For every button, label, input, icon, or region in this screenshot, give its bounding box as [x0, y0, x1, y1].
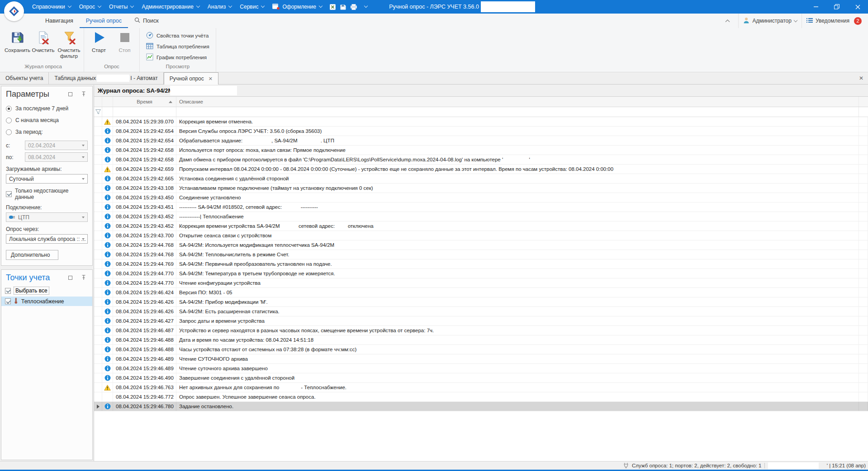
- doc-tab-manual-poll[interactable]: Ручной опрос✕: [164, 72, 218, 85]
- log-filter-row[interactable]: [94, 107, 868, 117]
- pin-icon[interactable]: [81, 274, 86, 282]
- close-tab-icon[interactable]: ✕: [209, 76, 213, 82]
- log-row[interactable]: 08.04.2024 15:29:42.658Используется порт…: [94, 146, 868, 155]
- log-row[interactable]: 08.04.2024 15:29:42.658Дамп обмена с при…: [94, 155, 868, 165]
- warning-icon: [102, 165, 113, 174]
- ribbon-tab-search[interactable]: Поиск: [128, 14, 165, 28]
- spacer-cell: [859, 316, 868, 325]
- doc-tab-metering-objects[interactable]: Объекты учета: [0, 72, 49, 84]
- log-row[interactable]: 08.04.2024 15:29:44.770SA-94/2M: Темпера…: [94, 269, 868, 278]
- row-indicator: [94, 136, 102, 145]
- close-button[interactable]: [847, 0, 868, 14]
- ribbon-tab-navigation[interactable]: Навигация: [39, 14, 80, 28]
- archives-select[interactable]: Суточный: [6, 174, 88, 184]
- save-button[interactable]: Сохранить: [5, 29, 30, 53]
- description-column-header[interactable]: Описание: [176, 97, 859, 107]
- log-row[interactable]: 08.04.2024 15:29:42.665Установка соедине…: [94, 174, 868, 184]
- log-row[interactable]: 08.04.2024 15:29:43.450Соединение устано…: [94, 193, 868, 203]
- select-all-checkbox[interactable]: [5, 288, 11, 294]
- log-row[interactable]: 08.04.2024 15:29:46.772Опрос завершен. У…: [94, 392, 868, 402]
- log-row[interactable]: 08.04.2024 15:29:46.488Дата и время по ч…: [94, 335, 868, 345]
- log-row[interactable]: 08.04.2024 15:29:44.768SA-94/2M: Использ…: [94, 240, 868, 250]
- collapse-ribbon-button[interactable]: [717, 14, 738, 28]
- radio-button[interactable]: [6, 118, 12, 123]
- radio-option-1[interactable]: С начала месяца: [6, 117, 88, 123]
- log-row[interactable]: 08.04.2024 15:29:42.659Пропускаем интерв…: [94, 165, 868, 174]
- ribbon-group-label: Журнал опроса: [5, 62, 82, 72]
- log-row[interactable]: 08.04.2024 15:29:44.769SA-94/2M: Первичн…: [94, 259, 868, 269]
- log-row[interactable]: 08.04.2024 15:29:42.654Версия Службы опр…: [94, 127, 868, 136]
- info-icon: [102, 402, 113, 411]
- point-properties-button[interactable]: Свойства точки учёта: [143, 31, 211, 40]
- log-time: 08.04.2024 15:29:44.768: [113, 250, 176, 259]
- user-icon: [743, 17, 749, 25]
- log-row[interactable]: 08.04.2024 15:29:46.426SA-94/2M: Есть ра…: [94, 307, 868, 316]
- date-from-input[interactable]: 02.04.2024: [25, 141, 88, 150]
- log-description: Коррекция времени устройства SA-94/2M се…: [176, 221, 859, 231]
- stop-button[interactable]: Стоп: [112, 29, 138, 53]
- description-filter-cell[interactable]: [176, 107, 859, 117]
- select-all-row[interactable]: Выбрать все: [5, 287, 90, 294]
- log-row[interactable]: 08.04.2024 15:29:46.426SA-94/2M: Прибор …: [94, 297, 868, 307]
- log-description: Дата и время по часам устройства: 08.04.…: [176, 335, 859, 344]
- button-label: Очистить: [32, 47, 54, 53]
- metering-point-item[interactable]: Теплоснабжение: [1, 297, 92, 306]
- minimize-button[interactable]: [806, 0, 826, 14]
- pin-icon[interactable]: [81, 90, 86, 99]
- clear-button[interactable]: Очистить: [30, 29, 56, 53]
- user-account-button[interactable]: Администратор: [738, 14, 802, 28]
- start-button[interactable]: Старт: [86, 29, 112, 53]
- log-row[interactable]: 08.04.2024 15:29:43.700Открытие сеанса с…: [94, 231, 868, 240]
- log-row[interactable]: 08.04.2024 15:29:43.451---------- SA-94/…: [94, 203, 868, 212]
- select-all-label: Выбрать все: [14, 287, 49, 294]
- restore-button[interactable]: [826, 0, 847, 14]
- log-row[interactable]: 08.04.2024 15:29:46.490Завершение соедин…: [94, 373, 868, 383]
- log-row[interactable]: 08.04.2024 15:29:43.452Коррекция времени…: [94, 221, 868, 231]
- log-row[interactable]: 08.04.2024 15:29:46.763Нет архивных данн…: [94, 383, 868, 392]
- app-logo-icon[interactable]: [4, 1, 24, 21]
- clear-filter-button[interactable]: Очистить фильтр: [56, 29, 82, 59]
- ribbon-tab-manual-poll[interactable]: Ручной опрос: [80, 14, 128, 28]
- log-row[interactable]: 08.04.2024 15:29:44.770Чтение конфигурац…: [94, 278, 868, 288]
- log-row[interactable]: 08.04.2024 15:29:46.487Устройство и серв…: [94, 326, 868, 335]
- log-row[interactable]: 08.04.2024 15:29:43.108Устанавливаем пря…: [94, 184, 868, 193]
- log-row[interactable]: 08.04.2024 15:29:39.070Коррекция времени…: [94, 117, 868, 127]
- play-icon: [92, 31, 106, 46]
- maximize-panel-icon[interactable]: [68, 276, 72, 280]
- log-row[interactable]: 08.04.2024 15:29:46.427Запрос даты и вре…: [94, 316, 868, 326]
- log-description: SA-94/2M: Прибор модификации 'М'.: [176, 297, 859, 306]
- poll-service-icon: [623, 462, 629, 469]
- close-view-icon[interactable]: ✕: [859, 75, 863, 81]
- maximize-panel-icon[interactable]: [68, 92, 72, 96]
- time-column-header[interactable]: Время: [113, 97, 176, 107]
- radio-button[interactable]: [6, 106, 12, 112]
- only-missing-checkbox-row[interactable]: Только недостающие данные: [6, 188, 88, 200]
- consumption-table-button[interactable]: Таблица потребления: [143, 42, 212, 51]
- log-row[interactable]: 08.04.2024 15:29:46.489Чтение суточного …: [94, 364, 868, 373]
- log-row[interactable]: 08.04.2024 15:29:44.768SA-94/2M: Тепловы…: [94, 250, 868, 259]
- date-to-input[interactable]: 08.04.2024: [25, 152, 88, 162]
- only-missing-checkbox[interactable]: [6, 191, 12, 197]
- doc-tab-label: Ручной опрос: [170, 75, 204, 82]
- radio-button[interactable]: [6, 129, 12, 135]
- notifications-button[interactable]: Уведомления 2: [802, 14, 866, 28]
- log-time: 08.04.2024 15:29:46.426: [113, 297, 176, 306]
- radio-option-0[interactable]: За последние 7 дней: [6, 105, 88, 112]
- info-icon: [102, 155, 113, 164]
- connection-select[interactable]: ЦТП: [6, 212, 88, 222]
- point-checkbox[interactable]: [5, 298, 11, 304]
- log-row[interactable]: 08.04.2024 15:29:46.424Версия ПО: М301 -…: [94, 288, 868, 297]
- time-filter-cell[interactable]: [113, 107, 176, 117]
- log-row[interactable]: 08.04.2024 15:29:42.654Обрабатывается за…: [94, 136, 868, 146]
- poll-via-select[interactable]: Локальная служба опроса :: ...: [6, 234, 88, 244]
- log-row[interactable]: 08.04.2024 15:29:43.452------------| Теп…: [94, 212, 868, 221]
- log-row[interactable]: 08.04.2024 15:29:46.780Задание остановле…: [94, 402, 868, 411]
- log-row[interactable]: 08.04.2024 15:29:46.489Чтение СУТОЧНОГО …: [94, 354, 868, 364]
- doc-tab-data-table[interactable]: Таблица данныхI - Автомат: [49, 72, 163, 84]
- radio-option-2[interactable]: За период:: [6, 129, 88, 135]
- additional-button[interactable]: Дополнительно: [6, 250, 58, 260]
- consumption-chart-button[interactable]: График потребления: [143, 52, 209, 62]
- search-icon: [134, 17, 140, 24]
- log-row[interactable]: 08.04.2024 15:29:46.488Часы устройства о…: [94, 345, 868, 354]
- chevron-down-icon: [82, 217, 85, 218]
